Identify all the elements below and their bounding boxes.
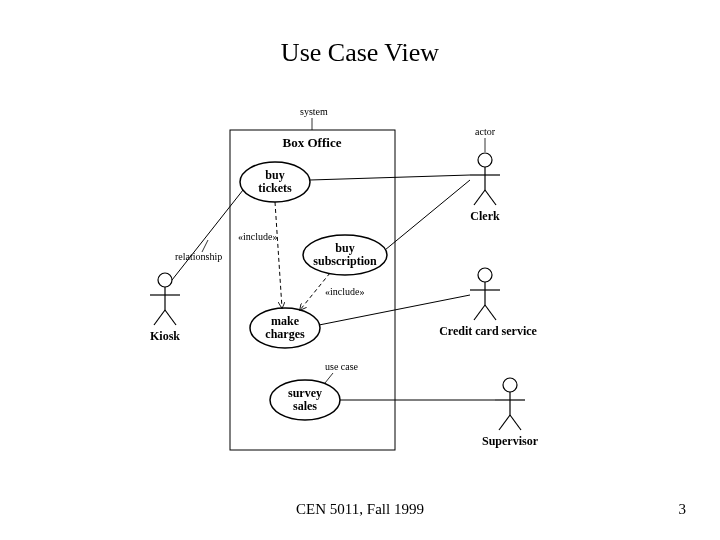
svg-line-18 [499,415,510,430]
actor-supervisor [495,378,525,430]
svg-line-4 [165,310,176,325]
annotation-relationship: relationship [175,251,222,262]
slide: Use Case View system actor Box Office bu… [0,0,720,540]
svg-point-0 [158,273,172,287]
page-title: Use Case View [0,38,720,68]
page-number: 3 [679,501,687,518]
assoc-clerk-buytickets [310,175,470,180]
usecase-make-charges-label2: charges [265,327,305,341]
actor-credit-card-service-label: Credit card service [439,324,537,338]
assoc-clerk-buysubscription [385,180,470,250]
usecase-make-charges-label1: make [271,314,300,328]
svg-point-10 [478,268,492,282]
annotation-system: system [300,106,328,117]
usecase-survey-sales-label1: survey [288,386,322,400]
usecase-survey-sales-label2: sales [293,399,317,413]
system-title: Box Office [283,135,342,150]
svg-line-14 [485,305,496,320]
annotation-usecase: use case [325,361,359,372]
actor-credit-card-service [470,268,500,320]
svg-line-9 [485,190,496,205]
actor-kiosk-label: Kiosk [150,329,180,343]
footer-text: CEN 5011, Fall 1999 [0,501,720,518]
svg-line-13 [474,305,485,320]
actor-supervisor-label: Supervisor [482,434,539,448]
svg-line-8 [474,190,485,205]
annotation-actor: actor [475,126,496,137]
include-label-2: «include» [325,286,364,297]
svg-line-3 [154,310,165,325]
usecase-buy-tickets-label2: tickets [258,181,292,195]
include-label-1: «include» [238,231,277,242]
usecase-buy-tickets-label1: buy [265,168,284,182]
actor-clerk [470,153,500,205]
svg-point-5 [478,153,492,167]
use-case-diagram: system actor Box Office buy tickets buy … [130,100,600,470]
assoc-kiosk-buytickets [172,190,243,280]
annotation-usecase-line [325,373,333,383]
usecase-buy-subscription-label2: subscription [313,254,377,268]
include-buytickets-makecharges [275,202,282,308]
actor-clerk-label: Clerk [470,209,500,223]
svg-point-15 [503,378,517,392]
usecase-buy-subscription-label1: buy [335,241,354,255]
svg-line-19 [510,415,521,430]
actor-kiosk [150,273,180,325]
